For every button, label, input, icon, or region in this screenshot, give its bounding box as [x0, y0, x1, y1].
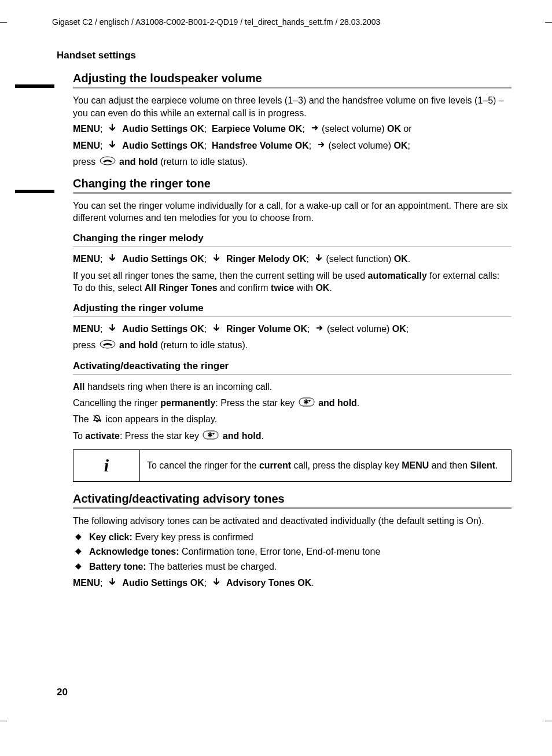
arrow-right-icon	[316, 323, 323, 336]
hangup-key-icon	[100, 156, 116, 169]
info-box: i To cancel the ringer for the current c…	[73, 449, 511, 482]
ringer-melody-note: If you set all ringer tones the same, th…	[73, 270, 511, 294]
advisory-list: Key click: Every key press is confirmed …	[73, 531, 511, 573]
heading-loudspeaker: Adjusting the loudspeaker volume	[73, 72, 511, 85]
loudspeaker-menu-line-1: MENU; Audio Settings OK; Earpiece Volume…	[73, 123, 511, 136]
list-item: Battery tone: The batteries must be char…	[73, 560, 511, 573]
ringer-volume-press-hold: press and hold (return to idle status).	[73, 339, 511, 352]
page: Gigaset C2 / englisch / A31008-C002-B001…	[0, 0, 552, 756]
arrow-down-icon	[109, 577, 116, 590]
section-ringer-tone: Changing the ringer tone You can set the…	[73, 177, 511, 482]
star-key-icon	[203, 430, 219, 443]
arrow-down-icon	[213, 323, 220, 336]
hangup-key-icon	[100, 340, 116, 352]
list-item: Key click: Every key press is confirmed	[73, 531, 511, 544]
heading-advisory: Activating/deactivating advisory tones	[73, 492, 511, 506]
heading-ringer-melody: Changing the ringer melody	[73, 233, 511, 244]
heading-ringer-activate: Activating/deactivating the ringer	[73, 360, 511, 372]
arrow-down-icon	[109, 323, 116, 336]
arrow-down-icon	[109, 253, 116, 266]
header-path: Gigaset C2 / englisch / A31008-C002-B001…	[52, 17, 511, 27]
advisory-menu-line: MENU; Audio Settings OK; Advisory Tones …	[73, 577, 511, 590]
heading-ringer-tone: Changing the ringer tone	[73, 177, 511, 190]
arrow-right-icon	[311, 123, 318, 136]
ringer-mute-icon-note: The icon appears in the display.	[73, 413, 511, 426]
star-key-icon	[299, 397, 315, 410]
arrow-down-icon	[109, 140, 116, 153]
section-loudspeaker: Adjusting the loudspeaker volume You can…	[73, 72, 511, 169]
ringer-volume-menu-line: MENU; Audio Settings OK; Ringer Volume O…	[73, 323, 511, 336]
ringer-cancel-permanent: Cancelling the ringer permanently: Press…	[73, 397, 511, 410]
section-title: Handset settings	[57, 50, 511, 61]
arrow-down-icon	[213, 253, 220, 266]
section-advisory: Activating/deactivating advisory tones T…	[73, 492, 511, 589]
list-item: Acknowledge tones: Confirmation tone, Er…	[73, 545, 511, 558]
loudspeaker-press-hold: press and hold (return to idle status).	[73, 156, 511, 169]
info-icon: i	[73, 450, 140, 482]
arrow-down-icon	[109, 123, 116, 136]
arrow-right-icon	[318, 140, 325, 153]
ringer-melody-menu-line: MENU; Audio Settings OK; Ringer Melody O…	[73, 253, 511, 266]
ringer-activate: To activate: Press the star key and hold…	[73, 430, 511, 443]
page-number: 20	[57, 687, 68, 698]
arrow-down-icon	[315, 253, 322, 266]
ringer-tone-intro: You can set the ringer volume individual…	[73, 200, 511, 224]
heading-ringer-volume: Adjusting the ringer volume	[73, 303, 511, 314]
bell-mute-icon	[93, 414, 102, 426]
advisory-intro: The following advisory tones can be acti…	[73, 515, 511, 528]
loudspeaker-menu-line-2: MENU; Audio Settings OK; Handsfree Volum…	[73, 139, 511, 153]
ringer-all-handsets: All handsets ring when there is an incom…	[73, 381, 511, 393]
info-text: To cancel the ringer for the current cal…	[140, 450, 511, 482]
loudspeaker-intro: You can adjust the earpiece volume on th…	[73, 94, 511, 119]
arrow-down-icon	[213, 577, 220, 590]
